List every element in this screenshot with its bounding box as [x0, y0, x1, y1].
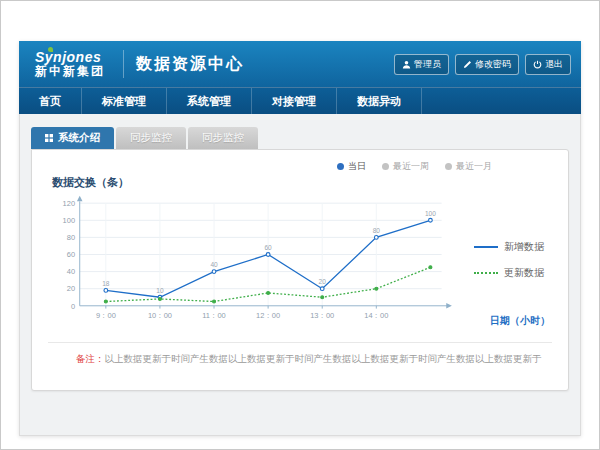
- svg-text:18: 18: [102, 280, 110, 287]
- svg-text:100: 100: [63, 216, 75, 225]
- nav-item-data-change[interactable]: 数据异动: [337, 88, 422, 114]
- logout-label: 退出: [545, 58, 563, 71]
- admin-button[interactable]: 管理员: [394, 54, 449, 75]
- series-legend: 新增数据 更新数据: [464, 240, 552, 280]
- svg-text:20: 20: [319, 278, 327, 285]
- series-line-sample: [474, 272, 498, 274]
- grid-icon: [45, 134, 53, 142]
- admin-button-label: 管理员: [414, 58, 441, 71]
- tab-sync-monitor-2[interactable]: 同步监控: [188, 127, 258, 149]
- svg-text:12：00: 12：00: [256, 311, 280, 320]
- edit-icon: [463, 60, 472, 69]
- svg-text:10：00: 10：00: [148, 311, 172, 320]
- legend-dot: [445, 163, 452, 170]
- svg-text:100: 100: [425, 210, 436, 217]
- svg-text:11：00: 11：00: [202, 311, 225, 320]
- brand-logo-cn: 新中新集团: [35, 65, 105, 78]
- y-axis-title: 数据交换（条）: [52, 175, 552, 190]
- tab-label: 同步监控: [202, 131, 244, 145]
- svg-text:20: 20: [67, 284, 75, 293]
- svg-text:60: 60: [67, 250, 75, 259]
- user-icon: [402, 60, 411, 69]
- footnote: 备注：以上数据更新于时间产生数据以上数据更新于时间产生数据以上数据更新于时间产生…: [48, 342, 552, 390]
- main-nav: 首页 标准管理 系统管理 对接管理 数据异动: [19, 87, 581, 114]
- legend-item-new-data[interactable]: 新增数据: [474, 240, 552, 254]
- content-area: 系统介绍 同步监控 同步监控 当日 最近一周 最近一月 数据交换（条） 0204…: [19, 114, 581, 436]
- chart-panel: 当日 最近一周 最近一月 数据交换（条） 0204060801001209：00…: [31, 149, 569, 391]
- nav-item-interface-mgmt[interactable]: 对接管理: [252, 88, 337, 114]
- svg-text:10: 10: [156, 287, 164, 294]
- filter-today[interactable]: 当日: [337, 160, 366, 173]
- svg-text:0: 0: [71, 302, 75, 311]
- nav-item-standard-mgmt[interactable]: 标准管理: [82, 88, 167, 114]
- filter-label: 当日: [348, 160, 366, 173]
- filter-label: 最近一月: [456, 160, 492, 173]
- tab-system-intro[interactable]: 系统介绍: [31, 127, 114, 149]
- tab-bar: 系统介绍 同步监控 同步监控: [31, 127, 569, 149]
- svg-text:13：00: 13：00: [310, 311, 334, 320]
- x-axis-title: 日期（小时）: [490, 314, 550, 328]
- tab-label: 同步监控: [130, 131, 172, 145]
- logo-leaf-icon: [48, 47, 53, 52]
- header-divider: [123, 50, 124, 78]
- change-password-label: 修改密码: [475, 58, 511, 71]
- app-window: Synjones 新中新集团 数据资源中心 管理员 修改密码 退出: [19, 41, 581, 436]
- tab-label: 系统介绍: [58, 131, 100, 145]
- brand-logo: Synjones 新中新集团: [29, 50, 111, 77]
- svg-text:40: 40: [210, 261, 218, 268]
- nav-item-home[interactable]: 首页: [19, 88, 82, 114]
- filter-label: 最近一周: [393, 160, 429, 173]
- series-label: 新增数据: [504, 240, 544, 254]
- series-line-sample: [474, 246, 498, 248]
- user-actions: 管理员 修改密码 退出: [394, 54, 571, 75]
- brand-logo-en: Synjones: [35, 50, 105, 65]
- legend-dot: [337, 163, 344, 170]
- chart-area: 0204060801001209：0010：0011：0012：0013：001…: [48, 192, 552, 334]
- note-text: 以上数据更新于时间产生数据以上数据更新于时间产生数据以上数据更新于时间产生数据以…: [105, 353, 542, 364]
- filter-last-month[interactable]: 最近一月: [445, 160, 492, 173]
- svg-text:14：00: 14：00: [364, 311, 388, 320]
- filter-last-week[interactable]: 最近一周: [382, 160, 429, 173]
- app-header: Synjones 新中新集团 数据资源中心 管理员 修改密码 退出: [19, 41, 581, 87]
- line-chart: 0204060801001209：0010：0011：0012：0013：001…: [48, 192, 464, 334]
- svg-text:9：00: 9：00: [96, 311, 116, 320]
- time-filter-legend: 当日 最近一周 最近一月: [48, 160, 552, 173]
- change-password-button[interactable]: 修改密码: [455, 54, 519, 75]
- svg-text:120: 120: [63, 199, 75, 208]
- nav-item-system-mgmt[interactable]: 系统管理: [167, 88, 252, 114]
- logout-button[interactable]: 退出: [525, 54, 571, 75]
- power-icon: [533, 60, 542, 69]
- page-frame: Synjones 新中新集团 数据资源中心 管理员 修改密码 退出: [0, 0, 600, 450]
- note-label: 备注：: [76, 353, 105, 364]
- legend-item-updated-data[interactable]: 更新数据: [474, 266, 552, 280]
- svg-text:60: 60: [264, 244, 272, 251]
- tab-sync-monitor-1[interactable]: 同步监控: [116, 127, 186, 149]
- legend-dot: [382, 163, 389, 170]
- series-label: 更新数据: [504, 266, 544, 280]
- page-title: 数据资源中心: [136, 54, 244, 75]
- svg-text:40: 40: [67, 267, 75, 276]
- svg-text:80: 80: [67, 233, 75, 242]
- svg-text:80: 80: [373, 227, 381, 234]
